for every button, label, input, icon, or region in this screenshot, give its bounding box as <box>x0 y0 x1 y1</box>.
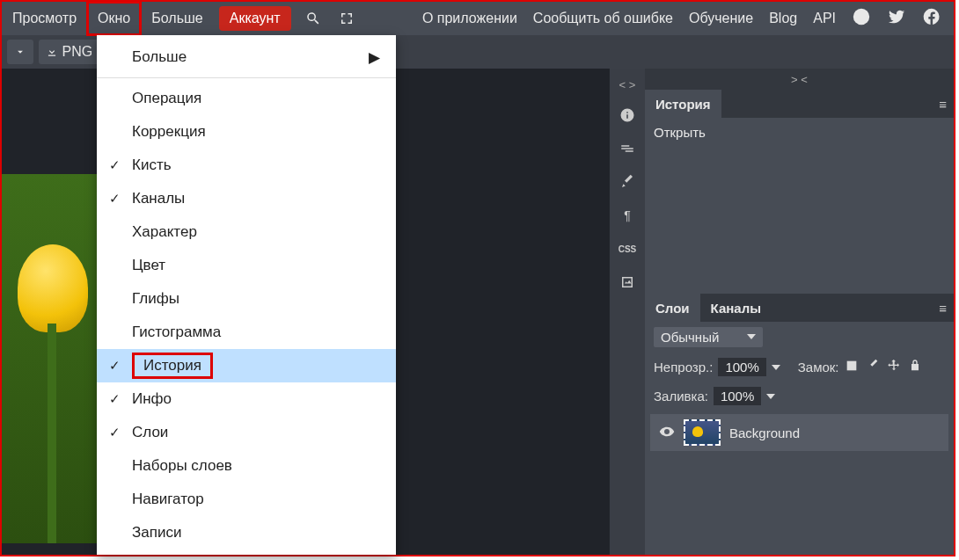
svg-rect-1 <box>846 361 856 371</box>
check-icon: ✓ <box>109 425 121 440</box>
layer-controls: Обычный <box>645 322 954 353</box>
history-panel-header: История ≡ <box>645 90 954 118</box>
lock-move-icon[interactable] <box>887 359 901 375</box>
lock-label: Замок: <box>798 360 839 375</box>
lock-all-icon[interactable] <box>908 359 922 375</box>
menu-view[interactable]: Просмотр <box>2 2 87 35</box>
link-about[interactable]: О приложении <box>422 11 517 26</box>
check-icon: ✓ <box>109 358 121 374</box>
dropdown-item-histogram[interactable]: Гистограмма <box>97 316 396 349</box>
sliders-icon[interactable] <box>614 135 641 162</box>
lock-transparency-icon[interactable] <box>845 359 859 375</box>
layers-panel-header: Слои Каналы ≡ <box>645 294 954 322</box>
dropdown-item-layer-comps[interactable]: Наборы слоев <box>97 449 396 483</box>
layers-tab[interactable]: Слои <box>645 294 700 322</box>
code-mark-left: < > <box>619 74 636 95</box>
fill-label: Заливка: <box>654 389 708 404</box>
panel-menu-icon[interactable]: ≡ <box>939 301 947 316</box>
panel-menu-icon[interactable]: ≡ <box>939 97 947 112</box>
fullscreen-icon[interactable] <box>335 7 358 30</box>
link-learn[interactable]: Обучение <box>689 11 753 26</box>
lock-brush-icon[interactable] <box>866 359 880 375</box>
history-tab[interactable]: История <box>645 90 721 118</box>
window-dropdown: Больше ▶ Операция Коррекция ✓Кисть ✓Кана… <box>97 35 396 555</box>
history-entry[interactable]: Открыть <box>654 125 945 140</box>
css-icon[interactable]: CSS <box>614 236 641 262</box>
link-blog[interactable]: Blog <box>769 11 797 26</box>
layer-thumbnail <box>684 419 721 446</box>
dropdown-item-info[interactable]: ✓Инфо <box>97 382 396 416</box>
dropdown-item-correction[interactable]: Коррекция <box>97 115 396 149</box>
side-tool-strip: < > ¶ CSS <box>610 69 645 555</box>
facebook-icon[interactable] <box>922 7 941 30</box>
search-icon[interactable] <box>302 7 325 30</box>
menu-more[interactable]: Больше <box>141 2 213 35</box>
dropdown-item-history[interactable]: ✓История <box>97 349 396 382</box>
submenu-arrow-icon: ▶ <box>369 48 380 67</box>
dropdown-item-operation[interactable]: Операция <box>97 82 396 115</box>
check-icon: ✓ <box>109 191 121 207</box>
check-icon: ✓ <box>109 157 121 173</box>
dropdown-item-glyphs[interactable]: Глифы <box>97 282 396 316</box>
reddit-icon[interactable] <box>852 7 871 30</box>
layer-name[interactable]: Background <box>729 425 800 440</box>
dropdown-item-color[interactable]: Цвет <box>97 249 396 282</box>
image-icon[interactable] <box>614 269 641 295</box>
history-panel-body: Открыть <box>645 118 954 294</box>
info-icon[interactable] <box>614 102 641 128</box>
menubar: Просмотр Окно Больше Аккаунт О приложени… <box>2 2 954 35</box>
link-report[interactable]: Сообщить об ошибке <box>533 11 673 26</box>
png-label: PNG <box>62 44 92 60</box>
menu-window[interactable]: Окно <box>87 2 141 35</box>
dropdown-item-navigator[interactable]: Навигатор <box>97 483 396 516</box>
undo-chip[interactable] <box>7 40 33 64</box>
visibility-icon[interactable] <box>659 424 675 442</box>
blend-mode-select[interactable]: Обычный <box>654 327 763 347</box>
link-api[interactable]: API <box>813 11 836 26</box>
canvas-image <box>2 174 99 543</box>
check-icon: ✓ <box>109 391 121 407</box>
fill-dropdown-icon[interactable] <box>766 394 775 399</box>
dropdown-item-character[interactable]: Характер <box>97 215 396 249</box>
brush-icon[interactable] <box>614 169 641 195</box>
fill-value[interactable]: 100% <box>714 387 761 405</box>
opacity-dropdown-icon[interactable] <box>772 365 780 370</box>
svg-point-0 <box>853 9 869 25</box>
dropdown-item-layers[interactable]: ✓Слои <box>97 416 396 449</box>
opacity-value[interactable]: 100% <box>718 358 765 376</box>
twitter-icon[interactable] <box>887 7 906 30</box>
dropdown-item-notes[interactable]: Записи <box>97 516 396 549</box>
dropdown-item-brush[interactable]: ✓Кисть <box>97 149 396 182</box>
code-mark-right: > < <box>645 69 954 90</box>
layer-row-background[interactable]: Background <box>650 414 948 451</box>
opacity-label: Непрозр.: <box>654 360 713 375</box>
dropdown-item-channels[interactable]: ✓Каналы <box>97 182 396 215</box>
dropdown-more[interactable]: Больше ▶ <box>97 40 396 74</box>
paragraph-icon[interactable]: ¶ <box>614 202 641 229</box>
menu-account[interactable]: Аккаунт <box>219 6 291 31</box>
channels-tab[interactable]: Каналы <box>700 294 772 322</box>
right-links: О приложении Сообщить об ошибке Обучение… <box>422 7 941 30</box>
